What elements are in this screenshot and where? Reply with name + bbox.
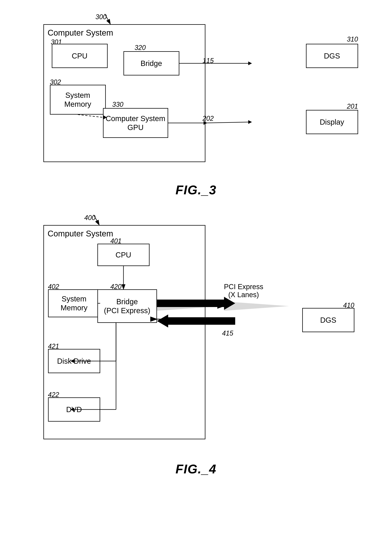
computer-system-label-fig4: Computer System bbox=[48, 229, 113, 238]
system-memory-box-fig4: System Memory bbox=[48, 289, 100, 317]
cpu-label-fig3: CPU bbox=[72, 51, 87, 60]
disk-drive-label-fig4: Disk Drive bbox=[57, 357, 91, 366]
system-memory-label-fig3: System Memory bbox=[64, 91, 91, 109]
pci-arrow-right bbox=[157, 297, 235, 310]
fig3-diagram: 300 Computer System 301 CPU 302 System M… bbox=[19, 11, 373, 175]
bridge-box-fig4: Bridge (PCI Express) bbox=[97, 289, 157, 323]
ref-320: 320 bbox=[135, 44, 146, 52]
cpu-label-fig4: CPU bbox=[116, 250, 131, 259]
computer-system-label-fig3: Computer System bbox=[48, 28, 113, 37]
dgs-label-fig3: DGS bbox=[324, 51, 340, 60]
svg-marker-6 bbox=[248, 61, 252, 65]
dgs-label-fig4: DGS bbox=[320, 316, 336, 325]
fig3-container: 300 Computer System 301 CPU 302 System M… bbox=[15, 11, 377, 197]
fig4-diagram: 400 Computer System 401 CPU 402 System M… bbox=[19, 212, 373, 454]
bridge-box-fig3: Bridge bbox=[123, 51, 179, 76]
dvd-box-fig4: DVD bbox=[48, 397, 100, 422]
dvd-label-fig4: DVD bbox=[66, 405, 82, 414]
page: 300 Computer System 301 CPU 302 System M… bbox=[0, 0, 392, 487]
fig4-label: FIG._4 bbox=[176, 462, 216, 476]
cpu-box-fig3: CPU bbox=[52, 44, 108, 68]
bridge-label-fig4: Bridge (PCI Express) bbox=[104, 297, 150, 315]
bridge-label-fig3: Bridge bbox=[140, 59, 162, 68]
display-label-fig3: Display bbox=[320, 118, 344, 126]
fig3-label: FIG._3 bbox=[176, 183, 216, 197]
pci-arrow-left bbox=[157, 314, 235, 327]
ref-330: 330 bbox=[112, 101, 123, 108]
svg-marker-25 bbox=[157, 297, 235, 310]
ref-310: 310 bbox=[347, 35, 358, 43]
svg-marker-26 bbox=[157, 314, 235, 327]
fig4-container: 400 Computer System 401 CPU 402 System M… bbox=[15, 212, 377, 476]
ref-202: 202 bbox=[203, 115, 214, 122]
gpu-label-fig3: Computer System GPU bbox=[105, 114, 165, 132]
cpu-box-fig4: CPU bbox=[97, 244, 150, 266]
svg-marker-8 bbox=[248, 120, 252, 124]
ref-201: 201 bbox=[347, 102, 358, 110]
ref-400: 400 bbox=[84, 214, 95, 222]
ref-115: 115 bbox=[203, 57, 214, 65]
system-memory-box-fig3: System Memory bbox=[50, 85, 106, 115]
gpu-box-fig3: Computer System GPU bbox=[103, 108, 168, 138]
dgs-box-fig4: DGS bbox=[302, 308, 354, 332]
pci-express-label: PCI Express (X Lanes) bbox=[224, 283, 263, 299]
disk-drive-box-fig4: Disk Drive bbox=[48, 349, 100, 373]
display-box-fig3: Display bbox=[306, 110, 358, 134]
ref-300: 300 bbox=[95, 13, 107, 21]
ref-415: 415 bbox=[222, 329, 233, 337]
system-memory-label-fig4: System Memory bbox=[60, 294, 87, 312]
dgs-box-fig3: DGS bbox=[306, 44, 358, 68]
